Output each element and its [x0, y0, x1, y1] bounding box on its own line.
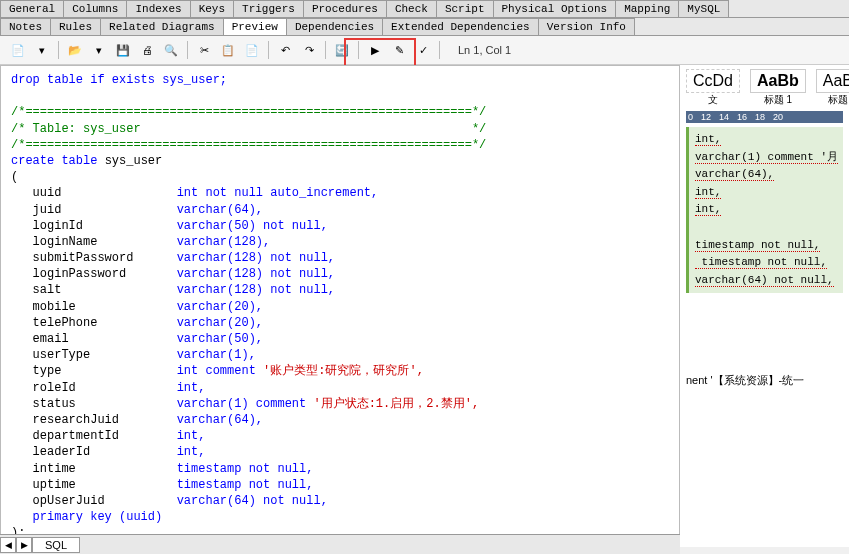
right-panel: CcDd 文 AaBb 标题 1 AaBb 标题 2 01214161820 i…: [680, 65, 849, 547]
tab-preview[interactable]: Preview: [223, 18, 287, 35]
tab-notes[interactable]: Notes: [0, 18, 51, 35]
toolbar: 📄 ▾ 📂 ▾ 💾 🖨 🔍 ✂ 📋 📄 ↶ ↷ 🔄 ▶ ✎ ✓ Ln 1, Co…: [0, 36, 849, 65]
tab-indexes[interactable]: Indexes: [126, 0, 190, 17]
open-button[interactable]: 📂: [65, 40, 85, 60]
style-label: 标题 2: [816, 93, 849, 107]
tabs-row-1: GeneralColumnsIndexesKeysTriggersProcedu…: [0, 0, 849, 18]
tab-check[interactable]: Check: [386, 0, 437, 17]
print-button[interactable]: 🖨: [137, 40, 157, 60]
cut-button[interactable]: ✂: [194, 40, 214, 60]
cursor-position: Ln 1, Col 1: [458, 44, 511, 56]
style-sample[interactable]: CcDd: [686, 69, 740, 93]
tabs-row-2: NotesRulesRelated DiagramsPreviewDepende…: [0, 18, 849, 36]
tab-columns[interactable]: Columns: [63, 0, 127, 17]
tab-rules[interactable]: Rules: [50, 18, 101, 35]
tab-sql[interactable]: SQL: [32, 537, 80, 553]
execute-button[interactable]: ▶: [365, 40, 385, 60]
sql-editor[interactable]: drop table if exists sys_user; /*=======…: [0, 65, 680, 547]
style-heading1[interactable]: AaBb: [750, 69, 806, 93]
tab-dependencies[interactable]: Dependencies: [286, 18, 383, 35]
tab-related-diagrams[interactable]: Related Diagrams: [100, 18, 224, 35]
comment-fragment: nent '【系统资源】-统一: [686, 373, 843, 388]
save-button[interactable]: 💾: [113, 40, 133, 60]
tab-triggers[interactable]: Triggers: [233, 0, 304, 17]
tab-mysql[interactable]: MySQL: [678, 0, 729, 17]
tab-mapping[interactable]: Mapping: [615, 0, 679, 17]
bottom-bar: ◀ ▶ SQL: [0, 534, 680, 554]
undo-button[interactable]: ↶: [275, 40, 295, 60]
dropdown-icon[interactable]: ▾: [89, 40, 109, 60]
dropdown-icon[interactable]: ▾: [32, 40, 52, 60]
check-button[interactable]: ✓: [413, 40, 433, 60]
tab-general[interactable]: General: [0, 0, 64, 17]
edit-button[interactable]: ✎: [389, 40, 409, 60]
ruler: 01214161820: [686, 111, 843, 123]
new-button[interactable]: 📄: [8, 40, 28, 60]
tab-keys[interactable]: Keys: [190, 0, 234, 17]
redo-button[interactable]: ↷: [299, 40, 319, 60]
nav-prev-icon[interactable]: ◀: [0, 537, 16, 553]
tab-version-info[interactable]: Version Info: [538, 18, 635, 35]
find-button[interactable]: 🔍: [161, 40, 181, 60]
style-label: 文: [686, 93, 740, 107]
copy-button[interactable]: 📋: [218, 40, 238, 60]
style-label: 标题 1: [750, 93, 806, 107]
style-heading2[interactable]: AaBb: [816, 69, 849, 93]
tab-script[interactable]: Script: [436, 0, 494, 17]
tab-physical-options[interactable]: Physical Options: [493, 0, 617, 17]
refresh-button[interactable]: 🔄: [332, 40, 352, 60]
paste-button[interactable]: 📄: [242, 40, 262, 60]
nav-next-icon[interactable]: ▶: [16, 537, 32, 553]
tab-extended-dependencies[interactable]: Extended Dependencies: [382, 18, 539, 35]
tab-procedures[interactable]: Procedures: [303, 0, 387, 17]
right-code-block: int, varchar(1) comment '月 varchar(64), …: [686, 127, 843, 293]
